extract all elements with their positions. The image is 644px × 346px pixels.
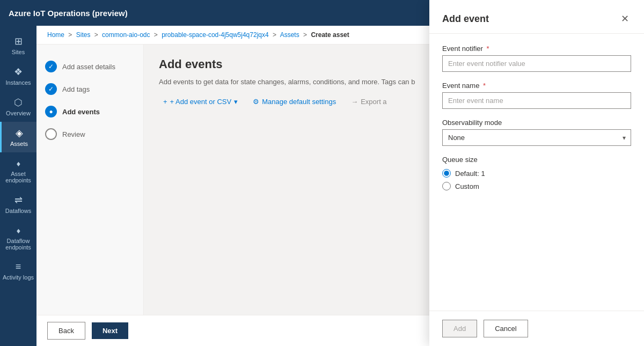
queue-custom-option[interactable]: Custom: [442, 182, 631, 190]
observability-mode-group: Observability mode None Log Gauge Histog…: [442, 119, 631, 146]
wizard-step-tags: ✓ Add tags: [45, 78, 135, 100]
observability-mode-label: Observability mode: [442, 119, 631, 127]
app-title: Azure IoT Operations (preview): [9, 9, 128, 18]
event-notifier-input[interactable]: [442, 55, 631, 72]
sidebar-item-label: Dataflow endpoints: [2, 238, 34, 251]
wizard-step-review: Review: [45, 123, 135, 145]
dataflow-endpoints-icon: ⬧: [16, 225, 21, 236]
wizard-step-events: ● Add events: [45, 100, 135, 123]
asset-endpoints-icon: ⬧: [16, 158, 21, 169]
event-notifier-group: Event notifier *: [442, 45, 631, 72]
sidebar-item-overview[interactable]: ⬡ Overview: [0, 91, 36, 122]
event-name-group: Event name *: [442, 82, 631, 109]
dataflows-icon: ⇌: [14, 194, 23, 206]
sidebar-item-label: Activity logs: [3, 274, 34, 281]
step-label-review: Review: [62, 130, 85, 138]
required-marker: *: [487, 45, 489, 53]
overview-icon: ⬡: [14, 97, 23, 108]
chevron-down-icon: ▾: [234, 98, 238, 106]
step-label-events: Add events: [62, 108, 100, 116]
queue-size-group: Queue size Default: 1 Custom: [442, 156, 631, 190]
sidebar-item-asset-endpoints[interactable]: ⬧ Asset endpoints: [0, 152, 36, 189]
queue-default-option[interactable]: Default: 1: [442, 169, 631, 178]
add-icon: +: [163, 98, 167, 106]
queue-custom-label: Custom: [455, 182, 479, 190]
step-circle-tags: ✓: [45, 83, 57, 95]
wizard-sidebar: ✓ Add asset details ✓ Add tags ● Add eve…: [36, 45, 144, 315]
export-icon: →: [351, 98, 358, 106]
sidebar-item-instances[interactable]: ❖ Instances: [0, 61, 36, 91]
panel-header: Add event ✕: [429, 0, 644, 34]
event-name-label: Event name *: [442, 82, 631, 90]
sidebar-item-label: Asset endpoints: [2, 171, 34, 183]
event-name-input[interactable]: [442, 92, 631, 109]
sidebar-item-label: Overview: [6, 110, 31, 116]
step-label-tags: Add tags: [62, 85, 90, 93]
queue-default-label: Default: 1: [455, 170, 485, 178]
required-marker-2: *: [483, 82, 486, 90]
observability-select-wrapper: None Log Gauge Histogram ▾: [442, 129, 631, 146]
breadcrumb-assets[interactable]: Assets: [280, 31, 299, 39]
sidebar-item-label: Assets: [10, 141, 28, 147]
add-button[interactable]: Add: [442, 320, 477, 337]
breadcrumb-space[interactable]: probable-space-cod-4j5qw5j4q72jqx4: [162, 31, 268, 39]
add-event-button[interactable]: + + Add event or CSV ▾: [159, 94, 242, 109]
sidebar-item-label: Dataflows: [5, 208, 31, 214]
observability-mode-select[interactable]: None Log Gauge Histogram: [442, 129, 631, 146]
breadcrumb-aio[interactable]: common-aio-odc: [102, 31, 150, 39]
wizard-step-details: ✓ Add asset details: [45, 55, 135, 78]
breadcrumb-home[interactable]: Home: [47, 31, 64, 39]
cancel-button[interactable]: Cancel: [484, 320, 528, 337]
assets-icon: ◈: [16, 127, 23, 139]
queue-custom-radio[interactable]: [442, 182, 451, 190]
close-panel-button[interactable]: ✕: [619, 11, 631, 27]
queue-size-radio-group: Default: 1 Custom: [442, 169, 631, 190]
step-circle-details: ✓: [45, 61, 57, 72]
settings-icon: ⚙: [253, 98, 259, 106]
sidebar-item-sites[interactable]: ⊞ Sites: [0, 30, 36, 61]
instances-icon: ❖: [14, 66, 23, 78]
panel-footer: Add Cancel: [429, 311, 644, 346]
sites-icon: ⊞: [14, 35, 23, 47]
export-button[interactable]: → Export a: [347, 94, 391, 109]
step-circle-events: ●: [45, 106, 57, 117]
sidebar-item-label: Sites: [12, 49, 25, 55]
back-button[interactable]: Back: [47, 322, 85, 340]
sidebar: ⊞ Sites ❖ Instances ⬡ Overview ◈ Assets …: [0, 26, 36, 346]
sidebar-item-dataflows[interactable]: ⇌ Dataflows: [0, 189, 36, 219]
activity-logs-icon: ≡: [16, 261, 21, 273]
add-event-panel: Add event ✕ Event notifier * Event name …: [429, 0, 644, 346]
queue-size-label: Queue size: [442, 156, 631, 164]
breadcrumb-current: Create asset: [311, 31, 349, 39]
event-notifier-label: Event notifier *: [442, 45, 631, 53]
panel-body: Event notifier * Event name * Observabil…: [429, 34, 644, 311]
sidebar-item-assets[interactable]: ◈ Assets: [0, 122, 36, 152]
sidebar-item-activity-logs[interactable]: ≡ Activity logs: [0, 256, 36, 286]
step-label-details: Add asset details: [62, 63, 115, 71]
sidebar-item-label: Instances: [5, 79, 31, 86]
panel-title: Add event: [442, 13, 489, 25]
next-button[interactable]: Next: [92, 322, 128, 339]
sidebar-item-dataflow-endpoints[interactable]: ⬧ Dataflow endpoints: [0, 219, 36, 256]
breadcrumb-sites[interactable]: Sites: [76, 31, 91, 39]
manage-settings-button[interactable]: ⚙ Manage default settings: [248, 94, 340, 109]
step-circle-review: [45, 128, 57, 140]
queue-default-radio[interactable]: [442, 169, 451, 178]
